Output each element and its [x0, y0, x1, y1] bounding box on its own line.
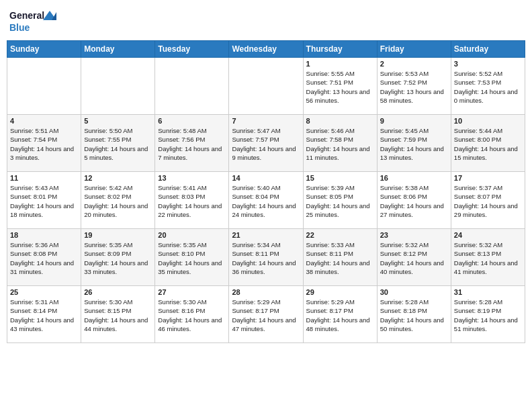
day-info: Sunrise: 5:34 AM Sunset: 8:11 PM Dayligh… — [232, 240, 300, 276]
sunrise-label: Sunrise: 5:45 AM — [380, 127, 429, 134]
calendar-cell — [7, 58, 81, 115]
sunrise-label: Sunrise: 5:36 AM — [10, 241, 58, 248]
sunrise-label: Sunrise: 5:35 AM — [84, 241, 132, 248]
day-number: 20 — [158, 231, 226, 239]
day-info: Sunrise: 5:31 AM Sunset: 8:14 PM Dayligh… — [10, 298, 78, 333]
calendar-cell: 8 Sunrise: 5:46 AM Sunset: 7:58 PM Dayli… — [303, 115, 377, 172]
day-number: 21 — [232, 231, 300, 239]
calendar-cell: 3 Sunrise: 5:52 AM Sunset: 7:53 PM Dayli… — [451, 58, 525, 115]
sunset-label: Sunset: 8:19 PM — [454, 307, 501, 314]
sunset-label: Sunset: 8:17 PM — [232, 307, 279, 314]
daylight-label: Daylight: 14 hours and 29 minutes. — [454, 202, 518, 218]
sunset-label: Sunset: 7:52 PM — [380, 79, 427, 86]
sunrise-label: Sunrise: 5:42 AM — [84, 184, 132, 191]
daylight-label: Daylight: 14 hours and 20 minutes. — [84, 202, 148, 218]
day-info: Sunrise: 5:43 AM Sunset: 8:01 PM Dayligh… — [10, 183, 78, 219]
sunset-label: Sunset: 8:01 PM — [10, 193, 57, 200]
calendar-cell: 26 Sunrise: 5:30 AM Sunset: 8:15 PM Dayl… — [81, 286, 155, 343]
day-info: Sunrise: 5:40 AM Sunset: 8:04 PM Dayligh… — [232, 183, 300, 219]
sunset-label: Sunset: 7:51 PM — [306, 79, 353, 86]
sunrise-label: Sunrise: 5:32 AM — [454, 241, 502, 248]
calendar-cell: 17 Sunrise: 5:37 AM Sunset: 8:07 PM Dayl… — [451, 172, 525, 229]
sunset-label: Sunset: 7:59 PM — [380, 136, 427, 143]
day-number: 2 — [380, 60, 448, 68]
daylight-label: Daylight: 14 hours and 50 minutes. — [380, 316, 444, 332]
daylight-label: Daylight: 14 hours and 48 minutes. — [306, 316, 370, 332]
daylight-label: Daylight: 14 hours and 9 minutes. — [232, 145, 296, 161]
day-info: Sunrise: 5:46 AM Sunset: 7:58 PM Dayligh… — [306, 126, 374, 162]
logo: General Blue — [9, 7, 56, 35]
sunset-label: Sunset: 7:56 PM — [158, 136, 205, 143]
daylight-label: Daylight: 14 hours and 41 minutes. — [454, 259, 518, 275]
calendar-cell: 1 Sunrise: 5:55 AM Sunset: 7:51 PM Dayli… — [303, 58, 377, 115]
calendar-cell: 9 Sunrise: 5:45 AM Sunset: 7:59 PM Dayli… — [377, 115, 451, 172]
calendar-cell: 21 Sunrise: 5:34 AM Sunset: 8:11 PM Dayl… — [229, 229, 303, 286]
sunset-label: Sunset: 8:18 PM — [380, 307, 427, 314]
day-info: Sunrise: 5:28 AM Sunset: 8:18 PM Dayligh… — [380, 298, 448, 333]
day-number: 3 — [454, 60, 522, 68]
calendar-cell: 31 Sunrise: 5:28 AM Sunset: 8:19 PM Dayl… — [451, 286, 525, 343]
svg-text:General: General — [9, 10, 44, 21]
calendar-cell — [155, 58, 229, 115]
day-info: Sunrise: 5:53 AM Sunset: 7:52 PM Dayligh… — [380, 69, 448, 105]
day-info: Sunrise: 5:50 AM Sunset: 7:55 PM Dayligh… — [84, 126, 152, 162]
calendar-week-row: 1 Sunrise: 5:55 AM Sunset: 7:51 PM Dayli… — [7, 58, 525, 115]
sunset-label: Sunset: 8:16 PM — [158, 307, 205, 314]
sunrise-label: Sunrise: 5:44 AM — [454, 127, 502, 134]
day-info: Sunrise: 5:28 AM Sunset: 8:19 PM Dayligh… — [454, 298, 522, 333]
calendar-week-row: 25 Sunrise: 5:31 AM Sunset: 8:14 PM Dayl… — [7, 286, 525, 343]
sunset-label: Sunset: 7:54 PM — [10, 136, 57, 143]
daylight-label: Daylight: 14 hours and 5 minutes. — [84, 145, 148, 161]
sunrise-label: Sunrise: 5:33 AM — [306, 241, 355, 248]
daylight-label: Daylight: 14 hours and 44 minutes. — [84, 316, 148, 332]
sunset-label: Sunset: 7:55 PM — [84, 136, 131, 143]
calendar-cell: 4 Sunrise: 5:51 AM Sunset: 7:54 PM Dayli… — [7, 115, 81, 172]
day-info: Sunrise: 5:51 AM Sunset: 7:54 PM Dayligh… — [10, 126, 78, 162]
weekday-header: Sunday — [7, 41, 81, 58]
calendar-table: SundayMondayTuesdayWednesdayThursdayFrid… — [7, 40, 525, 343]
daylight-label: Daylight: 14 hours and 22 minutes. — [158, 202, 222, 218]
sunrise-label: Sunrise: 5:34 AM — [232, 241, 280, 248]
calendar-cell: 18 Sunrise: 5:36 AM Sunset: 8:08 PM Dayl… — [7, 229, 81, 286]
sunrise-label: Sunrise: 5:40 AM — [232, 184, 280, 191]
day-number: 18 — [10, 231, 78, 239]
day-number: 23 — [380, 231, 448, 239]
calendar-cell: 2 Sunrise: 5:53 AM Sunset: 7:52 PM Dayli… — [377, 58, 451, 115]
sunrise-label: Sunrise: 5:43 AM — [10, 184, 58, 191]
calendar-cell: 12 Sunrise: 5:42 AM Sunset: 8:02 PM Dayl… — [81, 172, 155, 229]
daylight-label: Daylight: 14 hours and 46 minutes. — [158, 316, 222, 332]
day-info: Sunrise: 5:45 AM Sunset: 7:59 PM Dayligh… — [380, 126, 448, 162]
calendar-cell: 29 Sunrise: 5:29 AM Sunset: 8:17 PM Dayl… — [303, 286, 377, 343]
sunset-label: Sunset: 8:11 PM — [306, 250, 353, 257]
day-number: 29 — [306, 288, 374, 296]
sunset-label: Sunset: 7:57 PM — [232, 136, 279, 143]
day-info: Sunrise: 5:33 AM Sunset: 8:11 PM Dayligh… — [306, 240, 374, 276]
day-info: Sunrise: 5:47 AM Sunset: 7:57 PM Dayligh… — [232, 126, 300, 162]
sunrise-label: Sunrise: 5:28 AM — [380, 298, 429, 306]
calendar-cell: 23 Sunrise: 5:32 AM Sunset: 8:12 PM Dayl… — [377, 229, 451, 286]
weekday-header: Saturday — [451, 41, 525, 58]
weekday-header: Friday — [377, 41, 451, 58]
calendar-cell — [229, 58, 303, 115]
sunset-label: Sunset: 8:15 PM — [84, 307, 131, 314]
sunrise-label: Sunrise: 5:53 AM — [380, 70, 429, 77]
sunset-label: Sunset: 8:08 PM — [10, 250, 57, 257]
day-number: 30 — [380, 288, 448, 296]
sunrise-label: Sunrise: 5:46 AM — [306, 127, 355, 134]
calendar-cell: 7 Sunrise: 5:47 AM Sunset: 7:57 PM Dayli… — [229, 115, 303, 172]
weekday-header: Monday — [81, 41, 155, 58]
day-number: 13 — [158, 174, 226, 182]
sunset-label: Sunset: 8:13 PM — [454, 250, 501, 257]
sunset-label: Sunset: 8:12 PM — [380, 250, 427, 257]
daylight-label: Daylight: 14 hours and 43 minutes. — [10, 316, 74, 332]
day-info: Sunrise: 5:44 AM Sunset: 8:00 PM Dayligh… — [454, 126, 522, 162]
daylight-label: Daylight: 14 hours and 18 minutes. — [10, 202, 74, 218]
sunrise-label: Sunrise: 5:35 AM — [158, 241, 206, 248]
daylight-label: Daylight: 14 hours and 51 minutes. — [454, 316, 518, 332]
daylight-label: Daylight: 14 hours and 33 minutes. — [84, 259, 148, 275]
sunrise-label: Sunrise: 5:32 AM — [380, 241, 429, 248]
day-info: Sunrise: 5:32 AM Sunset: 8:12 PM Dayligh… — [380, 240, 448, 276]
daylight-label: Daylight: 14 hours and 3 minutes. — [10, 145, 74, 161]
calendar-cell: 10 Sunrise: 5:44 AM Sunset: 8:00 PM Dayl… — [451, 115, 525, 172]
calendar-cell: 24 Sunrise: 5:32 AM Sunset: 8:13 PM Dayl… — [451, 229, 525, 286]
